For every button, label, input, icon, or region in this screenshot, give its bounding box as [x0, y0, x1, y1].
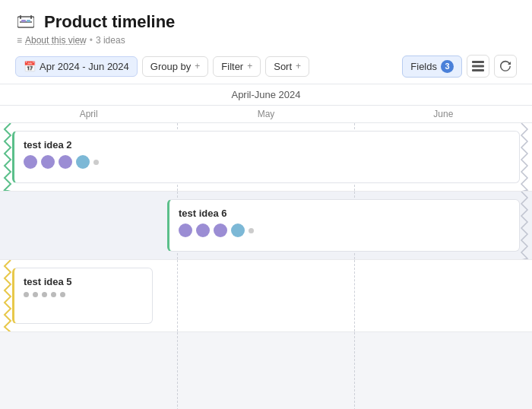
card-idea6: test idea 6 — [167, 199, 520, 252]
fields-label: Fields — [410, 61, 437, 72]
timeline-icon — [15, 14, 36, 30]
page-title: Product timeline — [44, 12, 175, 32]
zig-edge-1 — [0, 123, 12, 191]
sort-label: Sort — [274, 61, 292, 72]
subtitle-view[interactable]: About this view — [25, 35, 87, 46]
dot6-3 — [214, 224, 227, 237]
card-idea5-dots — [24, 292, 143, 297]
col-div-3-2 — [178, 260, 356, 331]
svg-rect-4 — [21, 20, 26, 22]
svg-rect-8 — [472, 69, 484, 71]
dot-small — [93, 160, 99, 165]
sub-months-row: April May June — [0, 106, 532, 123]
svg-rect-1 — [20, 15, 21, 19]
title-row: Product timeline — [15, 12, 517, 32]
card-idea2-dots — [24, 155, 510, 169]
toolbar: 📅 Apr 2024 - Jun 2024 Group by + Filter … — [0, 49, 532, 84]
svg-rect-6 — [472, 61, 484, 63]
subtitle-count: 3 ideas — [96, 35, 125, 46]
filter-plus: + — [247, 61, 252, 71]
timeline-rows: test idea 2 — [0, 123, 532, 409]
sort-plus: + — [296, 61, 301, 71]
card-idea6-dots — [179, 224, 510, 237]
svg-rect-2 — [30, 15, 32, 19]
group-by-plus: + — [195, 61, 200, 71]
dot6-4 — [231, 224, 245, 237]
card-idea6-title: test idea 6 — [179, 208, 510, 219]
col-div-2-1 — [0, 192, 178, 259]
dot6-small — [249, 228, 254, 233]
sub-month-april: April — [0, 106, 177, 122]
refresh-button[interactable] — [494, 55, 517, 78]
fields-badge: 3 — [441, 60, 454, 73]
month-header-label: April-June 2024 — [231, 89, 300, 100]
dot5-4 — [51, 292, 56, 297]
fields-button[interactable]: Fields 3 — [402, 55, 462, 78]
col-div-4-2 — [178, 332, 356, 409]
card-idea2: test idea 2 — [12, 131, 520, 183]
zig-edge-right-2 — [520, 192, 532, 259]
date-range-button[interactable]: 📅 Apr 2024 - Jun 2024 — [15, 56, 138, 77]
svg-rect-7 — [472, 65, 484, 68]
dot5-5 — [60, 292, 65, 297]
svg-rect-5 — [27, 20, 30, 22]
col-div-4-3 — [355, 332, 532, 409]
zig-edge-3 — [0, 260, 12, 331]
col-div-3-3 — [355, 260, 532, 331]
calendar-icon: 📅 — [24, 61, 36, 72]
header: Product timeline ≡ About this view • 3 i… — [0, 0, 532, 49]
timeline-empty — [0, 332, 532, 409]
dot6-1 — [179, 224, 192, 237]
subtitle: ≡ About this view • 3 ideas — [15, 35, 517, 46]
sub-month-may: May — [177, 106, 354, 122]
filter-button[interactable]: Filter + — [213, 56, 261, 77]
dot-1 — [24, 155, 37, 169]
refresh-icon — [499, 60, 511, 72]
date-range-label: Apr 2024 - Jun 2024 — [40, 61, 129, 72]
dot5-1 — [24, 292, 29, 297]
col-dividers-4 — [0, 332, 532, 409]
view-toggle-button[interactable] — [467, 55, 489, 78]
card-idea5: test idea 5 — [12, 268, 153, 324]
timeline-row-1: test idea 2 — [0, 123, 532, 192]
timeline-area: April-June 2024 April May June — [0, 84, 532, 409]
dot-2 — [41, 155, 55, 169]
group-by-button[interactable]: Group by + — [142, 56, 209, 77]
dot-4 — [76, 155, 90, 169]
dot-3 — [59, 155, 72, 169]
filter-label: Filter — [221, 61, 243, 72]
list-icon — [472, 61, 484, 71]
sub-month-june: June — [355, 106, 532, 122]
card-idea5-title: test idea 5 — [24, 276, 143, 287]
zig-edge-right-1 — [520, 123, 532, 191]
col-div-4-1 — [0, 332, 178, 409]
subtitle-icon: ≡ — [17, 35, 22, 46]
card-idea2-title: test idea 2 — [24, 139, 510, 151]
timeline-row-2: test idea 6 — [0, 192, 532, 260]
group-by-label: Group by — [150, 61, 191, 72]
dot5-3 — [42, 292, 47, 297]
sort-button[interactable]: Sort + — [265, 56, 309, 77]
dot5-2 — [33, 292, 38, 297]
month-header: April-June 2024 — [0, 84, 532, 106]
dot6-2 — [196, 224, 210, 237]
timeline-row-3: test idea 5 — [0, 260, 532, 332]
app-container: Product timeline ≡ About this view • 3 i… — [0, 0, 532, 409]
